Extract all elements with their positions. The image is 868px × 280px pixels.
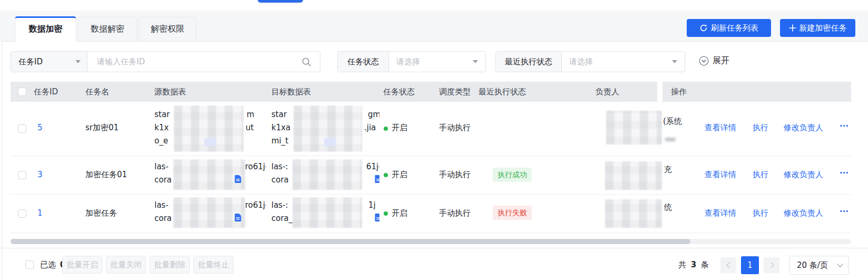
target-table-cell: las-:1j cora_ — [271, 197, 379, 230]
recent-exec-status-select[interactable]: 请选择 — [562, 52, 685, 72]
redacted-block — [292, 197, 362, 228]
status-dot — [384, 127, 388, 131]
task-id-field-label: 任务ID — [18, 57, 43, 67]
recent-exec-status-label: 最近执行状态 — [496, 52, 562, 72]
file-icon[interactable] — [375, 175, 379, 183]
task-status-placeholder: 请选择 — [396, 57, 420, 67]
exec-status-badge: 执行成功 — [493, 168, 532, 182]
status-dot — [384, 173, 388, 177]
next-page-button[interactable] — [764, 257, 779, 273]
col-task-status: 任务状态 — [383, 82, 415, 102]
task-status-filter-group: 任务状态 请选择 — [337, 51, 486, 72]
redacted-block — [173, 197, 245, 228]
batch-delete-button[interactable]: 批量删除 — [150, 256, 190, 274]
status-dot — [384, 211, 388, 216]
batch-enable-button[interactable]: 批量开启 — [62, 256, 102, 274]
source-table-cell: las-ro61j- cora — [154, 197, 266, 230]
batch-terminate-button[interactable]: 批量终止 — [193, 256, 233, 274]
recent-exec-status-placeholder: 请选择 — [569, 57, 593, 67]
refresh-task-list-button[interactable]: 刷新任务列表 — [687, 19, 771, 37]
owner-redacted-block — [606, 111, 662, 144]
execute-link[interactable]: 执行 — [753, 208, 768, 218]
schedule-type-value: 手动执行 — [439, 123, 471, 133]
col-recent-exec-status: 最近执行状态 — [479, 82, 526, 102]
refresh-icon — [699, 24, 708, 32]
source-table-cell: starm k1xut o_e — [154, 105, 266, 152]
task-id-field-select[interactable]: 任务ID — [11, 52, 87, 72]
caret-down-icon — [672, 60, 677, 63]
change-owner-link[interactable]: 修改负责人 — [784, 170, 823, 180]
table-bottom-border — [11, 233, 851, 233]
task-id-input[interactable] — [87, 56, 320, 67]
select-all-checkbox[interactable] — [18, 88, 26, 96]
file-icon[interactable] — [235, 175, 241, 183]
redacted-block — [292, 159, 362, 190]
caret-down-icon — [473, 60, 478, 63]
task-status-value: 开启 — [392, 123, 407, 133]
task-name: 加密任务01 — [85, 170, 127, 180]
chevron-right-icon — [768, 262, 774, 268]
expand-label: 展开 — [713, 55, 729, 66]
table-header-fixed — [662, 82, 851, 102]
footer-select-all-checkbox[interactable] — [25, 260, 34, 269]
task-status-value: 开启 — [392, 208, 407, 218]
task-status-value: 开启 — [392, 170, 407, 180]
plus-icon — [789, 24, 796, 32]
page-size-select[interactable]: 20 条/页 — [789, 256, 849, 275]
content-card — [2, 41, 868, 280]
row-checkbox[interactable] — [18, 124, 26, 133]
more-actions-icon[interactable]: ··· — [840, 207, 849, 216]
task-status-label: 任务状态 — [338, 52, 389, 72]
new-encryption-task-button[interactable]: 新建加密任务 — [780, 19, 855, 37]
caret-down-icon — [75, 60, 81, 63]
redacted-block — [324, 138, 336, 146]
owner-text-fragment: 充 — [664, 165, 672, 175]
schedule-type-value: 手动执行 — [439, 170, 471, 180]
col-task-name: 任务名 — [85, 82, 109, 102]
redacted-block — [204, 138, 216, 146]
task-id-link[interactable]: 5 — [37, 123, 43, 132]
row-checkbox[interactable] — [18, 209, 26, 218]
owner-text-fragment — [665, 138, 676, 141]
col-actions: 操作 — [671, 82, 687, 102]
row-divider — [11, 194, 851, 195]
footer-divider — [0, 248, 868, 248]
task-status-select[interactable]: 请选择 — [389, 52, 485, 72]
col-target-table: 目标数据表 — [271, 82, 311, 102]
file-icon[interactable] — [235, 214, 241, 221]
row-divider — [11, 156, 851, 156]
schedule-type-value: 手动执行 — [439, 208, 471, 218]
execute-link[interactable]: 执行 — [753, 123, 768, 133]
chevron-down-circle-icon — [699, 56, 709, 66]
change-owner-link[interactable]: 修改负责人 — [784, 123, 823, 133]
view-details-link[interactable]: 查看详情 — [705, 208, 736, 218]
view-details-link[interactable]: 查看详情 — [705, 123, 736, 133]
refresh-task-list-label: 刷新任务列表 — [711, 23, 758, 33]
redacted-block — [173, 159, 245, 190]
tab-data-decrypt[interactable]: 数据解密 — [78, 17, 137, 41]
owner-redacted-block — [605, 161, 662, 190]
total-count-value: 3 — [691, 260, 696, 269]
tab-data-encrypt[interactable]: 数据加密 — [15, 16, 76, 42]
view-details-link[interactable]: 查看详情 — [705, 170, 736, 180]
batch-disable-button[interactable]: 批量关闭 — [106, 256, 146, 274]
task-id-link[interactable]: 1 — [37, 208, 43, 218]
owner-text-fragment: (系统 — [663, 117, 682, 127]
current-page-button[interactable]: 1 — [741, 256, 759, 274]
prev-page-button[interactable] — [720, 257, 736, 273]
file-icon[interactable] — [375, 214, 379, 221]
change-owner-link[interactable]: 修改负责人 — [784, 208, 823, 218]
task-name: sr加密01 — [85, 123, 119, 133]
task-id-filter-group: 任务ID — [11, 51, 320, 72]
search-icon[interactable] — [301, 57, 311, 69]
row-checkbox[interactable] — [18, 171, 26, 179]
more-actions-icon[interactable]: ··· — [840, 168, 849, 178]
tab-decrypt-permission[interactable]: 解密权限 — [139, 17, 197, 41]
exec-status-badge: 执行失败 — [493, 206, 532, 220]
execute-link[interactable]: 执行 — [753, 170, 768, 180]
task-id-link[interactable]: 3 — [37, 170, 43, 179]
target-table-cell: las-:61j- cora — [271, 159, 379, 191]
more-actions-icon[interactable]: ··· — [840, 121, 849, 131]
expand-filters-link[interactable]: 展开 — [699, 55, 729, 66]
horizontal-scrollbar-thumb[interactable] — [11, 239, 690, 244]
